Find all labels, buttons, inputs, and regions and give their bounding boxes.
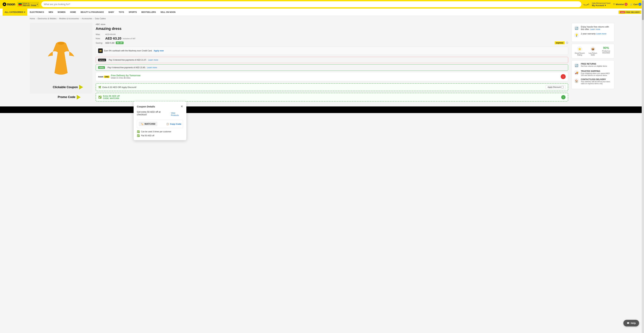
logo-text: noon	[7, 2, 15, 6]
product-image	[30, 23, 92, 94]
contactless-text: Your delivery will be left at your door,…	[581, 81, 612, 84]
nav-beauty[interactable]: BEAUTY & FRAGRANCE	[79, 8, 106, 16]
user-account[interactable]: Hala Mohammed Syed My Account ▾	[592, 2, 610, 6]
breadcrumb-electronics[interactable]: Electronics & Mobiles	[38, 17, 56, 20]
current-price: AED 63.20	[105, 36, 122, 40]
chevron-down-icon: ▾	[24, 11, 25, 13]
great-rating-label: Great Recent Rating	[574, 52, 586, 56]
contactless-row: 🏠 CONTACTLESS DELIVERY Your delivery wil…	[574, 78, 612, 84]
bottom-bar	[0, 106, 644, 113]
tabby-payment: tabby Pay 4 interest-free payments of AE…	[96, 64, 568, 71]
now-price-row: Now: AED 63.20 Inclusive of VAT	[96, 36, 568, 40]
arrow-icon2	[77, 95, 81, 99]
rating-product-described: 90% Product as Described	[600, 46, 612, 56]
cart-button[interactable]: 🛒 Cart 1	[630, 3, 641, 6]
returns-icon: 🔄	[574, 25, 579, 31]
breadcrumb-cables[interactable]: Data Cables	[95, 17, 106, 20]
cashback-icon: 💳	[98, 48, 103, 53]
modal-title: Coupon Details	[137, 105, 155, 108]
cashback-text: Earn 5% cashback with the Mashreq noon C…	[104, 50, 152, 52]
free-delivery-badge: noon FREE DELIVERY	[618, 10, 641, 14]
order-text: Order in 4 hrs 36 mins	[111, 77, 140, 79]
now-label: Now:	[96, 37, 104, 40]
free-returns-row: 🔄 FREE RETURNS Get free returns on eligi…	[574, 63, 612, 68]
warranty-learn-link[interactable]: Learn more	[596, 33, 606, 35]
product-info: ABC store Amazing dress Was: AED 69.00 N…	[96, 21, 568, 103]
express-badge[interactable]: express	[554, 41, 565, 44]
product-described-pct: 90%	[600, 46, 612, 50]
arabic-link[interactable]: العربية	[583, 3, 589, 5]
modal-subtitle: Get extra 50 AED off at checkout!	[137, 111, 170, 113]
rating-low-return: 📦 Low Return Seller	[587, 46, 599, 56]
nav-baby[interactable]: BABY	[106, 8, 116, 16]
all-categories-button[interactable]: ALL CATEGORIES ▾	[3, 8, 27, 16]
logo[interactable]: noon	[3, 2, 15, 6]
saving-label: Saving:	[96, 42, 104, 44]
promo-arrow-button[interactable]: ›	[561, 95, 566, 99]
tamara-learn-link[interactable]: Learn more	[148, 59, 158, 61]
tamara-payment: tamara Pay 3 interest-free payments of A…	[96, 57, 568, 63]
was-price-row: Was: AED 69.00	[96, 33, 568, 35]
view-products-link[interactable]: View Products	[171, 112, 183, 113]
deliver-location[interactable]: Deliver to 7822+2X · Dubai ▾	[17, 2, 39, 7]
breadcrumb-sep2: ›	[58, 17, 58, 20]
nav-men[interactable]: MEN	[47, 8, 55, 16]
express-info-icon[interactable]: ⓘ	[566, 41, 568, 44]
tabby-learn-link[interactable]: Learn more	[147, 66, 157, 69]
svg-point-1	[58, 42, 64, 45]
discount-badge: 8% Off	[116, 41, 124, 44]
promo-code-label: Promo Code	[58, 95, 75, 99]
leaf-icon: 🌿	[98, 86, 101, 88]
wishlist-button[interactable]: ♡ Wishlist 9	[613, 3, 628, 6]
scrollbar[interactable]	[642, 0, 644, 113]
nav-toys[interactable]: TOYS	[117, 8, 126, 16]
modal-close-button[interactable]: ✕	[180, 105, 183, 108]
nav-home[interactable]: HOME	[68, 8, 78, 16]
apply-discount-checkbox[interactable]	[562, 86, 564, 88]
search-input[interactable]	[41, 1, 582, 7]
clickable-coupon-label: Clickable Coupon	[53, 85, 78, 89]
free-returns-title: FREE RETURNS	[581, 63, 607, 65]
store-name: ABC store	[96, 23, 568, 25]
coupon-box[interactable]: 🌿 Extra 6.32 AED Off! Apply Discount! Ap…	[96, 83, 568, 91]
cart-badge: 1	[638, 3, 641, 6]
nav-women[interactable]: WOMEN	[56, 8, 67, 16]
breadcrumb-accessories[interactable]: Accessories	[82, 17, 92, 20]
header: noon Deliver to 7822+2X · Dubai ▾ العربي…	[0, 0, 644, 8]
tabby-text: Pay 4 interest-free payments of AED 15.8…	[108, 66, 146, 69]
tamara-logo: tamara	[98, 59, 106, 61]
chevron-down-icon: ▾	[37, 3, 38, 5]
nav-electronics[interactable]: ELECTRONICS	[28, 8, 46, 16]
promo-code-value: CODE: WATCH50	[103, 97, 120, 99]
nav-sell[interactable]: SELL ON NOON	[158, 8, 178, 16]
breadcrumb-mobiles[interactable]: Mobiles & Accessories	[59, 17, 79, 20]
wishlist-badge: 9	[624, 3, 628, 6]
nav-sports[interactable]: SPORTS	[127, 8, 139, 16]
nav-bestsellers[interactable]: BESTSELLERS	[140, 8, 158, 16]
cashback-banner: 💳 Earn 5% cashback with the Mashreq noon…	[96, 47, 568, 55]
returns-learn-link[interactable]: Learn more	[590, 28, 600, 30]
saving-amount: AED 5.80	[105, 42, 114, 44]
apply-now-link[interactable]: Apply now	[154, 50, 164, 52]
scrollbar-thumb[interactable]	[642, 0, 644, 20]
apply-discount-button[interactable]: Apply Discount	[546, 85, 566, 89]
noon-logo-icon	[3, 2, 6, 6]
breadcrumb: Home › Electronics & Mobiles › Mobiles &…	[0, 16, 644, 21]
coupon-annotation-wrapper: Clickable Coupon 🌿 Extra 6.32 AED Off! A…	[96, 83, 568, 91]
promo-code-box[interactable]: ✅ Extra 50 AED off CODE: WATCH50 ›	[96, 93, 568, 101]
promo-annotation-wrapper: Promo Code ✅ Extra 50 AED off CODE: WATC…	[96, 93, 568, 101]
promo-text: Extra 50 AED off	[103, 95, 120, 97]
breadcrumb-home[interactable]: Home	[30, 17, 35, 20]
vat-text: Inclusive of VAT	[123, 37, 136, 39]
warranty-icon: 💡	[574, 32, 579, 38]
navbar: ALL CATEGORIES ▾ ELECTRONICS MEN WOMEN H…	[0, 8, 644, 16]
rating-great: ⭐ Great Recent Rating	[574, 46, 586, 56]
ratings-box: ⭐ Great Recent Rating 📦 Low Return Selle…	[572, 44, 614, 58]
warranty-info: 2 year warranty Learn more	[581, 32, 606, 35]
delivery-box: noon ONE Free Delivery by Tomorrow Order…	[96, 72, 568, 81]
cart-icon: 🛒	[630, 3, 633, 5]
delivery-arrow[interactable]: ›	[561, 74, 566, 79]
contactless-title: CONTACTLESS DELIVERY	[581, 78, 612, 81]
tamara-text: Pay 3 interest-free payments of AED 21.0…	[109, 59, 147, 61]
trusted-shipping-row: 🚚 TRUSTED SHIPPING Free shipping when yo…	[574, 70, 612, 76]
